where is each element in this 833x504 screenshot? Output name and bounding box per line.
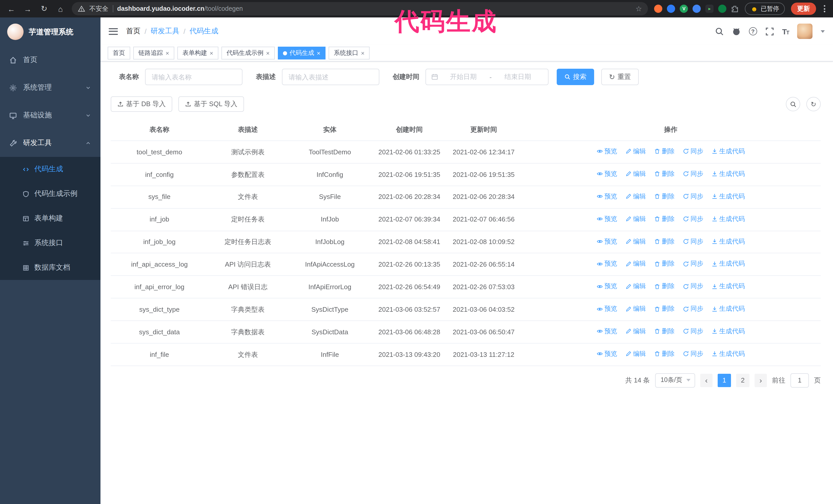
preview-link[interactable]: 预览 <box>597 192 617 201</box>
extension-icon[interactable]: V <box>680 5 688 13</box>
generate-code-link[interactable]: 生成代码 <box>712 169 745 179</box>
tab-system-api[interactable]: 系统接口× <box>329 47 370 59</box>
sidebar-item-devtools[interactable]: 研发工具 <box>0 129 100 157</box>
edit-link[interactable]: 编辑 <box>625 237 646 246</box>
sync-link[interactable]: 同步 <box>683 237 703 246</box>
delete-link[interactable]: 删除 <box>654 237 674 246</box>
preview-link[interactable]: 预览 <box>597 327 617 336</box>
page-button-1[interactable]: 1 <box>718 374 731 387</box>
sync-link[interactable]: 同步 <box>683 282 703 291</box>
hamburger-icon[interactable] <box>109 28 118 34</box>
extension-icon[interactable] <box>693 5 701 13</box>
fullscreen-icon[interactable] <box>765 27 774 35</box>
edit-link[interactable]: 编辑 <box>625 349 646 359</box>
avatar[interactable] <box>797 24 812 39</box>
tab-close-icon[interactable]: × <box>266 49 270 57</box>
extension-icon[interactable] <box>654 5 663 13</box>
edit-link[interactable]: 编辑 <box>625 214 646 224</box>
home-icon[interactable]: ⌂ <box>55 4 66 13</box>
tab-form-builder[interactable]: 表单构建× <box>177 47 218 59</box>
generate-code-link[interactable]: 生成代码 <box>712 304 745 314</box>
tab-close-icon[interactable]: × <box>166 49 169 57</box>
breadcrumb-item[interactable]: 首页 <box>126 27 140 36</box>
extension-icon[interactable]: ▸ <box>706 5 714 13</box>
preview-link[interactable]: 预览 <box>597 259 617 269</box>
breadcrumb-item[interactable]: 代码生成 <box>190 27 218 36</box>
edit-link[interactable]: 编辑 <box>625 169 646 179</box>
reset-button[interactable]: ↻ 重置 <box>601 69 639 85</box>
tab-home[interactable]: 首页 <box>108 47 130 59</box>
sidebar-item-form-builder[interactable]: 表单构建 <box>0 206 100 231</box>
generate-code-link[interactable]: 生成代码 <box>712 192 745 201</box>
sync-link[interactable]: 同步 <box>683 147 703 157</box>
forward-icon[interactable]: → <box>23 4 33 13</box>
fontsize-icon[interactable]: TT <box>782 27 789 35</box>
extension-icon[interactable] <box>667 5 675 13</box>
delete-link[interactable]: 删除 <box>654 214 674 224</box>
help-icon[interactable]: ? <box>749 27 757 35</box>
delete-link[interactable]: 删除 <box>654 349 674 359</box>
reload-icon[interactable]: ↻ <box>39 4 49 13</box>
tab-codegen[interactable]: 代码生成× <box>278 47 326 59</box>
github-icon[interactable] <box>732 27 740 35</box>
sidebar-item-codegen-example[interactable]: 代码生成示例 <box>0 182 100 206</box>
sidebar-item-system-api[interactable]: 系统接口 <box>0 231 100 255</box>
next-page-button[interactable]: › <box>755 374 767 387</box>
import-sql-button[interactable]: 基于 SQL 导入 <box>178 96 244 112</box>
import-db-button[interactable]: 基于 DB 导入 <box>111 96 172 112</box>
search-icon[interactable] <box>715 27 723 35</box>
page-size-select[interactable]: 10条/页 <box>655 373 695 388</box>
edit-link[interactable]: 编辑 <box>625 304 646 314</box>
sync-link[interactable]: 同步 <box>683 259 703 269</box>
edit-link[interactable]: 编辑 <box>625 259 646 269</box>
goto-page-input[interactable] <box>790 373 809 388</box>
preview-link[interactable]: 预览 <box>597 214 617 224</box>
preview-link[interactable]: 预览 <box>597 282 617 291</box>
bookmark-star-icon[interactable]: ☆ <box>636 5 642 13</box>
preview-link[interactable]: 预览 <box>597 147 617 157</box>
edit-link[interactable]: 编辑 <box>625 192 646 201</box>
update-button[interactable]: 更新 <box>791 3 816 15</box>
back-icon[interactable]: ← <box>6 4 17 13</box>
sidebar-item-codegen[interactable]: 代码生成 <box>0 157 100 182</box>
extension-icon[interactable] <box>718 5 727 13</box>
generate-code-link[interactable]: 生成代码 <box>712 327 745 336</box>
delete-link[interactable]: 删除 <box>654 282 674 291</box>
menu-kebab-icon[interactable] <box>822 5 827 12</box>
generate-code-link[interactable]: 生成代码 <box>712 147 745 157</box>
sidebar-item-db-doc[interactable]: 数据库文档 <box>0 255 100 280</box>
tab-close-icon[interactable]: × <box>210 49 213 57</box>
profile-chip[interactable]: ☻ 已暂停 <box>745 3 785 15</box>
preview-link[interactable]: 预览 <box>597 349 617 359</box>
sync-link[interactable]: 同步 <box>683 214 703 224</box>
preview-link[interactable]: 预览 <box>597 304 617 314</box>
delete-link[interactable]: 删除 <box>654 192 674 201</box>
table-desc-input[interactable] <box>282 69 379 85</box>
table-name-input[interactable] <box>145 69 242 85</box>
edit-link[interactable]: 编辑 <box>625 327 646 336</box>
delete-link[interactable]: 删除 <box>654 169 674 179</box>
tab-tracing[interactable]: 链路追踪× <box>133 47 174 59</box>
generate-code-link[interactable]: 生成代码 <box>712 259 745 269</box>
sync-link[interactable]: 同步 <box>683 349 703 359</box>
delete-link[interactable]: 删除 <box>654 327 674 336</box>
generate-code-link[interactable]: 生成代码 <box>712 282 745 291</box>
sidebar-item-system[interactable]: 系统管理 <box>0 74 100 101</box>
sync-link[interactable]: 同步 <box>683 327 703 336</box>
chevron-down-icon[interactable] <box>821 30 825 32</box>
generate-code-link[interactable]: 生成代码 <box>712 237 745 246</box>
tab-codegen-example[interactable]: 代码生成示例× <box>221 47 275 59</box>
generate-code-link[interactable]: 生成代码 <box>712 214 745 224</box>
sidebar-item-infra[interactable]: 基础设施 <box>0 101 100 129</box>
page-button-2[interactable]: 2 <box>736 374 749 387</box>
address-bar[interactable]: 不安全 dashboard.yudao.iocoder.cn/tool/code… <box>72 2 648 16</box>
toggle-search-button[interactable] <box>786 97 800 111</box>
edit-link[interactable]: 编辑 <box>625 147 646 157</box>
refresh-button[interactable]: ↻ <box>806 97 821 111</box>
delete-link[interactable]: 删除 <box>654 259 674 269</box>
breadcrumb-item[interactable]: 研发工具 <box>151 27 180 36</box>
extensions-puzzle-icon[interactable] <box>731 5 739 13</box>
edit-link[interactable]: 编辑 <box>625 282 646 291</box>
sidebar-item-home[interactable]: 首页 <box>0 46 100 74</box>
sync-link[interactable]: 同步 <box>683 192 703 201</box>
